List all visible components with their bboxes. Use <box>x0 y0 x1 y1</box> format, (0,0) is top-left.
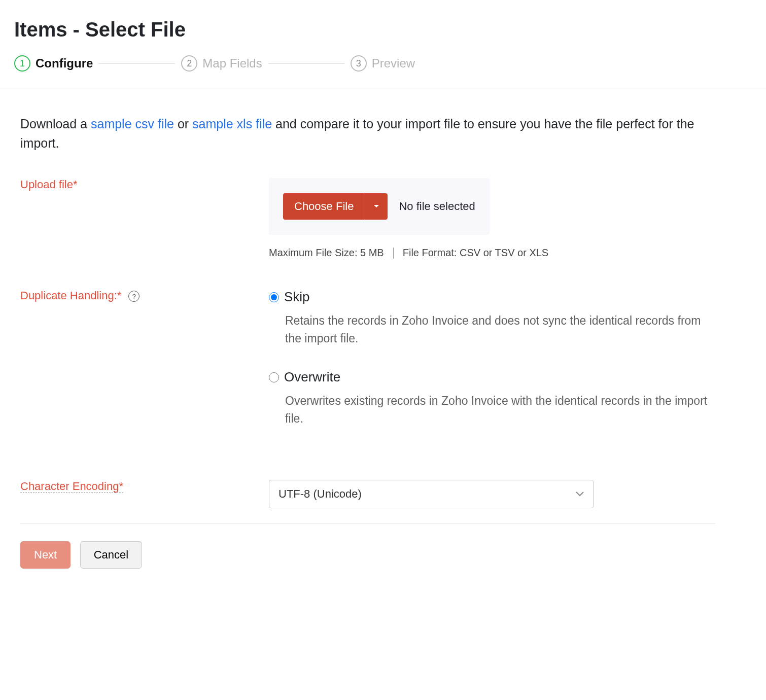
sample-xls-link[interactable]: sample xls file <box>192 117 272 131</box>
duplicate-handling-label: Duplicate Handling:* ? <box>20 289 269 302</box>
radio-overwrite-desc: Overwrites existing records in Zoho Invo… <box>285 392 715 427</box>
sample-csv-link[interactable]: sample csv file <box>91 117 174 131</box>
encoding-select[interactable]: UTF-8 (Unicode) <box>269 480 594 508</box>
step-number: 1 <box>14 55 30 72</box>
help-icon[interactable]: ? <box>128 291 140 302</box>
radio-overwrite[interactable] <box>269 372 279 382</box>
chevron-down-icon[interactable] <box>365 193 388 220</box>
radio-option-skip[interactable]: Skip Retains the records in Zoho Invoice… <box>269 289 715 347</box>
choose-file-label: Choose File <box>283 193 365 220</box>
encoding-value: UTF-8 (Unicode) <box>278 487 362 501</box>
step-number: 2 <box>181 55 197 72</box>
step-number: 3 <box>351 55 367 72</box>
radio-skip[interactable] <box>269 292 279 302</box>
step-divider <box>99 63 175 64</box>
choose-file-button[interactable]: Choose File <box>283 193 388 220</box>
radio-option-overwrite[interactable]: Overwrite Overwrites existing records in… <box>269 369 715 427</box>
file-status: No file selected <box>399 200 475 213</box>
step-label: Map Fields <box>202 56 262 71</box>
step-label: Preview <box>372 56 415 71</box>
radio-skip-desc: Retains the records in Zoho Invoice and … <box>285 312 715 347</box>
radio-overwrite-title: Overwrite <box>284 369 340 385</box>
radio-skip-title: Skip <box>284 289 310 305</box>
stepper: 1 Configure 2 Map Fields 3 Preview <box>0 50 766 89</box>
step-label: Configure <box>36 56 93 71</box>
allowed-formats: File Format: CSV or TSV or XLS <box>403 247 549 259</box>
cancel-button[interactable]: Cancel <box>80 541 142 569</box>
next-button[interactable]: Next <box>20 541 71 569</box>
step-configure[interactable]: 1 Configure <box>14 55 93 72</box>
step-map-fields[interactable]: 2 Map Fields <box>181 55 262 72</box>
upload-file-label: Upload file* <box>20 178 269 191</box>
step-preview[interactable]: 3 Preview <box>351 55 415 72</box>
page-title: Items - Select File <box>0 0 766 50</box>
encoding-label: Character Encoding* <box>20 480 269 493</box>
upload-box: Choose File No file selected <box>269 178 490 235</box>
max-file-size: Maximum File Size: 5 MB <box>269 247 384 259</box>
chevron-down-icon <box>576 492 584 497</box>
intro-text: Download a sample csv file or sample xls… <box>20 115 715 153</box>
step-divider <box>268 63 344 64</box>
